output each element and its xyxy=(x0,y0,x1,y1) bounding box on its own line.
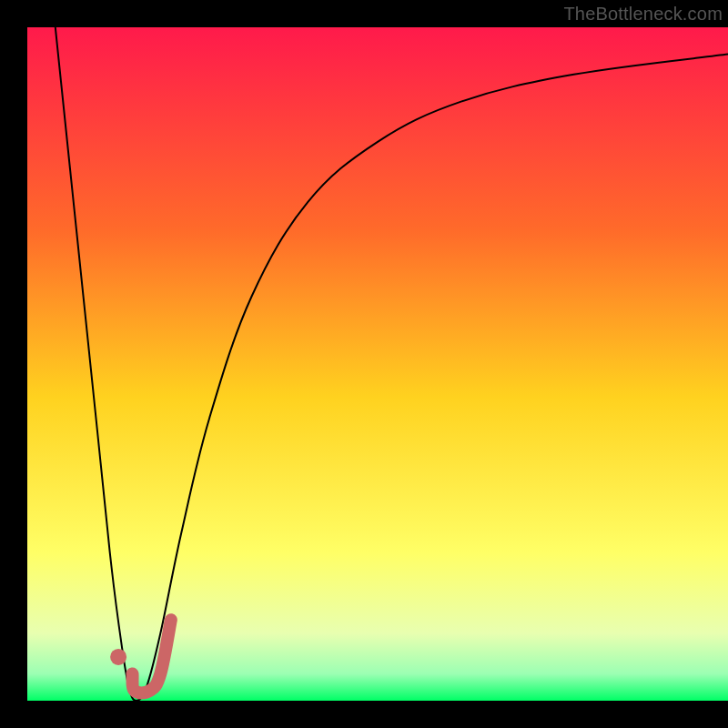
marker-dot xyxy=(110,649,126,665)
watermark-text: TheBottleneck.com xyxy=(563,4,723,25)
bottleneck-chart xyxy=(27,27,728,701)
chart-frame: TheBottleneck.com xyxy=(0,0,728,728)
gradient-background xyxy=(27,27,728,701)
plot-area xyxy=(27,27,728,701)
